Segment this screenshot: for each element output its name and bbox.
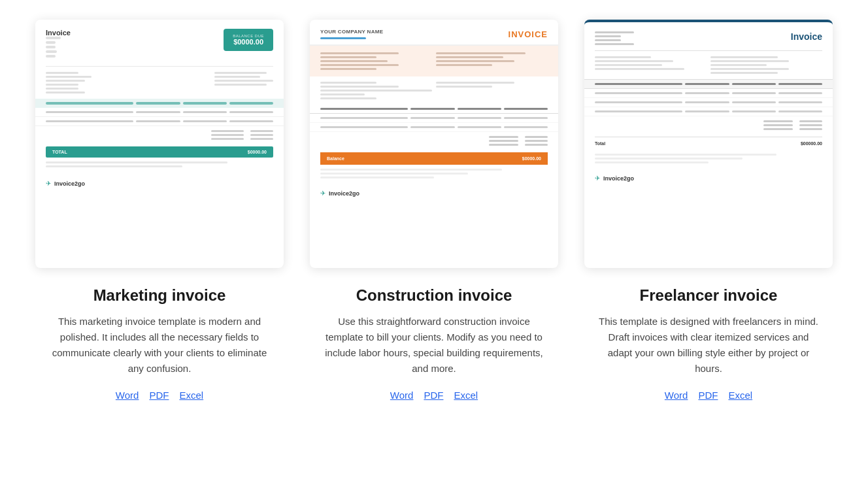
cp-info-section [310,46,558,76]
fp-td2-desc [595,101,682,103]
mp-td1-amount [229,111,273,113]
construction-excel-link[interactable]: Excel [454,390,478,401]
mp-note-1 [46,161,227,163]
mp-invoice-label: Invoice [46,29,71,37]
fp-tax-lbl [763,128,793,130]
mp-taxrate-row [211,134,273,136]
mp-tax-val [250,138,273,140]
freelancer-invoice-preview: Invoice [584,20,833,268]
mp-address1 [46,41,56,44]
mp-bill-right [214,72,273,93]
fp-bill-1 [595,56,651,58]
freelancer-word-link[interactable]: Word [665,390,688,401]
mp-th-desc [46,102,133,105]
fp-bill-4 [595,68,684,70]
fp-header: Invoice [584,22,833,50]
fp-bill-right [710,56,822,74]
cp-note-3 [320,176,434,178]
fp-note-3 [595,161,709,163]
mp-balance-amount: $0000.00 [233,38,264,46]
cp-bill-3 [320,90,432,92]
fp-td1-qty [685,92,729,94]
cp-bill-r1 [436,82,514,84]
cp-table-header [310,105,558,114]
cp-note-2 [320,173,468,175]
mp-logo-icon: ✈ [46,180,51,187]
cp-td2-desc [320,126,408,128]
mp-taxrate-label [211,134,244,136]
cp-taxamt-amt [525,144,548,146]
mp-subtotal-val [250,130,273,132]
mp-terms [214,80,273,82]
mp-address2 [46,46,56,48]
mp-phone [46,55,56,58]
mp-td2-qty [136,120,180,122]
fp-footer: ✈ Invoice2go [584,171,833,190]
marketing-excel-link[interactable]: Excel [179,390,203,401]
freelancer-pdf-link[interactable]: PDF [698,390,718,401]
construction-card-title: Construction invoice [356,286,512,305]
mp-totals [35,126,284,144]
marketing-word-link[interactable]: Word [116,390,139,401]
cp-th-qty [410,108,454,110]
cp-tax-amt [525,140,548,142]
cp-bill-left [320,82,432,99]
mp-address3 [46,50,57,53]
fp-tax-row [763,128,822,130]
cp-subtotal-lbl [489,136,518,138]
fp-th-desc [595,83,682,85]
fp-subtotal-amt [799,120,822,122]
fp-td1-rate [732,92,776,94]
cp-bill-2 [320,86,399,88]
mp-footer: ✈ Invoice2go [35,175,284,196]
cp-th-desc [320,108,408,110]
marketing-invoice-preview: Invoice BALANCE DUE $0000.00 [35,20,284,268]
marketing-card-title: Marketing invoice [93,286,226,305]
mp-table-row-1 [35,108,284,117]
mp-bill-label [46,72,78,74]
cp-info-block-right [436,52,548,70]
construction-invoice-card: YOUR COMPANY NAME INVOICE [310,20,558,401]
freelancer-preview-wrapper: Invoice [584,20,833,286]
fp-bill-2 [595,60,673,62]
mp-notes [35,158,284,175]
mp-balance-box: BALANCE DUE $0000.00 [224,29,273,51]
mp-subtotal-row [211,130,273,132]
cp-bill-5 [320,97,376,99]
cp-info-3 [320,60,388,62]
mp-th-qty [136,102,180,105]
marketing-card-links: Word PDF Excel [116,390,203,401]
mp-bill-name [46,76,92,78]
mp-inv-num [214,72,267,74]
cp-invoice-title: INVOICE [509,29,548,39]
marketing-invoice-card: Invoice BALANCE DUE $0000.00 [35,20,284,401]
cp-info-r4 [436,64,492,66]
fp-bill-r4 [710,68,789,70]
freelancer-excel-link[interactable]: Excel [728,390,752,401]
cp-td2-rate [458,126,501,128]
freelancer-card-title: Freelancer invoice [640,286,778,305]
mp-td2-amount [229,120,273,122]
mp-td2-rate [183,120,227,122]
fp-td3-qty [685,110,729,112]
fp-td3-amount [778,110,822,112]
fp-note-2 [595,158,743,160]
fp-th-rate [732,83,776,85]
cp-tax-row [489,140,548,142]
construction-pdf-link[interactable]: PDF [424,390,443,401]
fp-bill-r5 [710,72,778,74]
mp-due-date [214,84,267,86]
cp-td2-qty [410,126,454,128]
marketing-pdf-link[interactable]: PDF [149,390,169,401]
fp-bill-left [595,56,707,74]
fp-table-row-1 [584,89,833,98]
construction-word-link[interactable]: Word [390,390,414,401]
fp-td3-desc [595,110,682,112]
cp-subtotal-row [489,136,548,138]
cp-table-row-1 [310,114,558,123]
mp-th-rate [183,102,227,105]
fp-taxrate-amt [799,124,822,126]
construction-invoice-preview: YOUR COMPANY NAME INVOICE [310,20,558,268]
fp-subtotal-row [763,120,822,122]
cp-bill-1 [320,82,376,84]
